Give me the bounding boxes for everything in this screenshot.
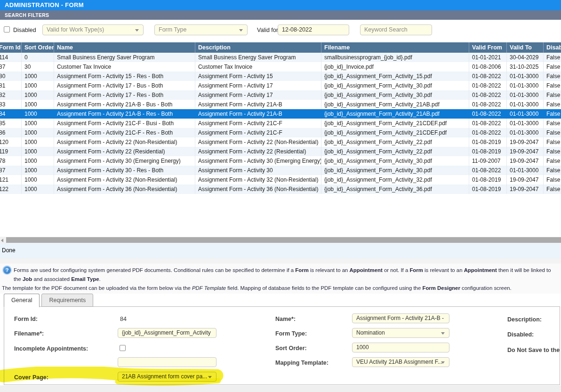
table-row[interactable]: 841000Assignment Form - Activity 21A-B -… [0,109,561,119]
table-row[interactable]: 831000Assignment Form - Activity 21A-B -… [0,100,561,109]
cell-id: 80 [0,72,22,81]
info-paragraph: Forms are used for configuring system ge… [14,266,560,284]
cover-page-dropdown[interactable]: 21AB Assignment form cover pa... [118,372,216,382]
mapping-template-label: Mapping Template: [275,360,329,366]
scroll-left-arrow-icon[interactable] [1,239,3,242]
cell-id: 84 [0,109,22,119]
grid-body: 1140Small Business Energy Saver ProgramS… [0,53,561,194]
table-row[interactable]: 1221000Assignment Form - Activity 36 (No… [0,184,561,194]
tab-requirements[interactable]: Requirements [41,294,93,307]
cell-sort: 1000 [22,119,54,128]
column-header-name[interactable]: Name [54,42,195,53]
extra-input[interactable] [118,357,216,367]
name-input[interactable]: Assignment Form - Activity 21A-B - [352,313,449,323]
cell-description: Assignment Form - Activity 30 (Emerging … [195,156,321,166]
horizontal-scrollbar[interactable] [0,237,561,243]
cell-valid_to: 01-01-3000 [507,81,544,90]
tab-bar: General Requirements [4,294,93,307]
cell-valid_to: 01-01-3000 [507,109,544,119]
cell-sort: 1000 [22,166,54,175]
form-type-dropdown[interactable]: Nomination [352,328,449,338]
cell-valid_from: 01-08-2022 [469,109,507,119]
cell-disabled: False [544,156,561,166]
column-header-sort-order[interactable]: Sort Order [22,42,54,53]
table-row[interactable]: 781000Assignment Form - Activity 30 (Eme… [0,156,561,166]
column-header-disabled[interactable]: Disabled [544,42,561,53]
form-type-filter-dropdown[interactable]: Form Type [154,24,248,35]
table-row[interactable]: 1211000Assignment Form - Activity 32 (No… [0,175,561,184]
table-row[interactable]: 861000Assignment Form - Activity 21C-F -… [0,128,561,137]
cell-disabled: False [544,109,561,119]
mapping-template-dropdown[interactable]: VEU Activity 21AB Assignment F... [352,357,449,367]
cell-name: Assignment Form - Activity 22 (Non-Resid… [54,137,195,147]
table-row[interactable]: 1140Small Business Energy Saver ProgramS… [0,53,561,62]
cell-valid_to: 31-10-2025 [507,62,544,72]
cell-name: Small Business Energy Saver Program [54,53,195,62]
filename-input[interactable]: {job_id}_Assignment_Form_Activity [118,328,216,338]
info-section: ? Forms are used for configuring system … [0,264,561,294]
cell-filename: {job_id}_Assignment_Form_Activity_30.pdf [321,90,469,100]
cell-id: 114 [0,53,22,62]
cell-disabled: False [544,90,561,100]
cell-disabled: False [544,119,561,128]
cell-description: Assignment Form - Activity 22 (Residenti… [195,147,321,156]
cell-name: Customer Tax Invoice [54,62,195,72]
column-header-valid-from[interactable]: Valid From [469,42,507,53]
scrollbar-thumb[interactable] [6,237,561,243]
table-row[interactable]: 1191000Assignment Form - Activity 22 (Re… [0,147,561,156]
form-id-value: 84 [120,316,127,322]
cell-disabled: False [544,137,561,147]
valid-for-date-input[interactable]: 12-08-2022 [278,24,349,35]
cell-valid_from: 01-08-2022 [469,166,507,175]
cell-filename: {job_id}_Assignment_Form_Activity_32.pdf [321,175,469,184]
app-window: ADMINISTRATION - FORM SEARCH FILTERS Dis… [0,0,561,392]
table-row[interactable]: 1201000Assignment Form - Activity 22 (No… [0,137,561,147]
cell-valid_from: 01-08-2019 [469,147,507,156]
cell-valid_from: 01-08-2022 [469,72,507,81]
cover-page-label: Cover Page: [14,374,48,381]
sort-order-input[interactable]: 1000 [352,343,449,352]
column-header-form-id[interactable]: Form Id [0,42,22,53]
cell-id: 78 [0,156,22,166]
cell-name: Assignment Form - Activity 30 (Emerging … [54,156,195,166]
keyword-search-input[interactable]: Keyword Search [360,24,432,35]
cell-valid_to: 01-01-3000 [507,72,544,81]
chevron-down-icon [239,29,243,32]
cell-description: Assignment Form - Activity 17 [195,81,321,90]
table-row[interactable]: 811000Assignment Form - Activity 17 - Bu… [0,81,561,90]
cell-disabled: False [544,62,561,72]
cell-sort: 1000 [22,109,54,119]
incomplete-appointments-checkbox[interactable] [120,345,126,351]
cell-valid_to: 19-09-2047 [507,175,544,184]
name-label: Name*: [275,316,296,322]
column-header-filename[interactable]: Filename [321,42,469,53]
help-question-icon: ? [3,266,11,274]
column-header-valid-to[interactable]: Valid To [507,42,544,53]
cell-valid_from: 01-08-2006 [469,62,507,72]
table-row[interactable]: 3730Customer Tax InvoiceCustomer Tax Inv… [0,62,561,72]
table-row[interactable]: 871000Assignment Form - Activity 30 - Re… [0,166,561,175]
cell-valid_to: 01-01-3000 [507,100,544,109]
cell-id: 122 [0,184,22,194]
bottom-strip [0,385,561,392]
cell-filename: {job_id}_Assignment_Form_Activity_21AB.p… [321,100,469,109]
table-row[interactable]: 801000Assignment Form - Activity 15 - Re… [0,72,561,81]
cell-valid_to: 19-09-2047 [507,137,544,147]
cell-valid_from: 01-08-2022 [469,128,507,137]
tab-general[interactable]: General [4,294,40,307]
cell-disabled: False [544,166,561,175]
cell-id: 87 [0,166,22,175]
cell-id: 82 [0,90,22,100]
cell-filename: {job_id}_Invoice.pdf [321,62,469,72]
table-row[interactable]: 821000Assignment Form - Activity 17 - Re… [0,90,561,100]
table-row[interactable]: 851000Assignment Form - Activity 21C-F -… [0,119,561,128]
cell-name: Assignment Form - Activity 21C-F - Res -… [54,128,195,137]
disabled-filter-checkbox[interactable] [4,26,10,32]
cell-valid_from: 01-08-2022 [469,100,507,109]
cell-sort: 1000 [22,81,54,90]
status-text: Done [0,243,561,258]
cell-sort: 1000 [22,147,54,156]
cell-sort: 0 [22,53,54,62]
column-header-description[interactable]: Description [195,42,321,53]
work-type-dropdown[interactable]: Valid for Work Type(s) [42,24,144,35]
